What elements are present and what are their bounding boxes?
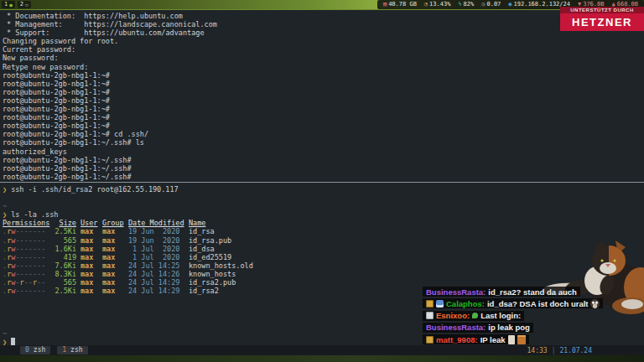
terminal-line: Changing password for root. <box>3 37 644 45</box>
terminal-line: New password: <box>3 54 644 62</box>
file-permissions: .rw------- <box>3 227 55 235</box>
file-group: max <box>102 261 128 270</box>
stat-cpu: ◔13.43% <box>424 0 451 9</box>
file-size: 1.6Ki <box>55 245 76 253</box>
stat-value: 0.07 <box>486 0 501 9</box>
file-user: max <box>80 245 102 253</box>
sponsor-tagline: UNTERSTÜTZT DURCH <box>560 7 644 13</box>
file-name: known_hosts.old <box>189 261 253 270</box>
window-name: zsh <box>34 346 45 354</box>
file-name: id_rsa2.pub <box>189 278 236 287</box>
file-size: 2.5Ki <box>55 287 76 295</box>
command-line: ❯ssh -i .ssh/id_rsa2 root@162.55.190.117 <box>3 185 644 194</box>
shell-prompt: ❯ <box>3 210 7 219</box>
memory-icon: ▤ <box>383 0 387 9</box>
workspace-1[interactable]: 1● <box>2 1 15 8</box>
file-group: max <box>102 287 128 295</box>
file-name: id_rsa.pub <box>189 236 231 245</box>
column-header: Name <box>189 219 205 227</box>
file-date: 1 Jul 2020 <box>128 245 189 253</box>
pane-divider[interactable] <box>0 182 644 183</box>
terminal-pane-remote[interactable]: * Documentation: https://help.ubuntu.com… <box>3 12 644 181</box>
clock-date: 21.07.24 <box>559 347 592 354</box>
stat-value: 40.78 GB <box>388 0 417 9</box>
terminal-line: root@ubuntu-2gb-nbg1-1:~/.ssh# <box>3 173 644 181</box>
terminal-line: Retype new password: <box>3 63 644 71</box>
chat-message: matt_9908:IP leak <box>423 334 529 344</box>
file-name: id_ed25519 <box>189 253 231 261</box>
terminal-line: root@ubuntu-2gb-nbg1-1:~/.ssh# <box>3 156 644 164</box>
workspace-label: 2 <box>20 1 23 8</box>
load-icon: ◷ <box>481 0 485 9</box>
terminal-line: root@ubuntu-2gb-nbg1-1:~# <box>3 88 644 96</box>
file-size: 2.5Ki <box>55 227 76 235</box>
stat-memory: ▤40.78 GB <box>383 0 417 9</box>
energy-icon: ϟ <box>458 0 461 9</box>
terminal-line: * Management: https://landscape.canonica… <box>3 20 644 28</box>
file-name: id_rsa2 <box>189 287 219 295</box>
window-index: 0 <box>25 346 29 354</box>
gift-badge <box>426 336 434 344</box>
screen: { "topbar": { "workspaces": [ {"label":"… <box>0 0 644 362</box>
column-header: Date Modified <box>128 219 189 227</box>
gift-badge <box>426 300 434 308</box>
terminal-line: root@ubuntu-2gb-nbg1-1:~/.ssh# ls <box>3 138 644 147</box>
file-date: 24 Jul 14:29 <box>128 278 189 287</box>
ls-command: ls -la .ssh <box>11 210 58 219</box>
chat-username: BusinessRasta: <box>426 323 486 332</box>
stat-value: 82% <box>464 0 475 9</box>
file-size: 565 <box>55 236 76 245</box>
desktop-wallpaper <box>0 355 644 362</box>
workspace-2[interactable]: 2▭ <box>18 1 31 8</box>
terminal-line: root@ubuntu-2gb-nbg1-1:~/.ssh# <box>3 164 644 173</box>
file-permissions: .rw------- <box>3 253 55 261</box>
chat-text: Last login: <box>480 311 521 320</box>
column-header: Permissions <box>3 219 55 227</box>
tmux-window-0[interactable]: 0zsh <box>20 346 50 354</box>
shell-prompt: ❯ <box>3 185 7 194</box>
file-group: max <box>102 270 128 278</box>
tmux-window-1[interactable]: 1zsh <box>57 346 87 354</box>
file-user: max <box>80 287 102 295</box>
file-permissions: .rw------- <box>3 261 55 270</box>
file-user: max <box>80 253 102 261</box>
terminal-line: root@ubuntu-2gb-nbg1-1:~# <box>3 71 644 80</box>
file-user: max <box>80 270 102 278</box>
stat-energy: ϟ82% <box>458 0 474 9</box>
column-header: User <box>80 219 102 227</box>
text-cursor <box>11 338 15 345</box>
workspace-label: 1 <box>4 1 8 8</box>
file-permissions: .rw------- <box>3 245 55 253</box>
chat-message: BusinessRasta:id_rsa2? stand da auch <box>423 287 580 297</box>
clock-time: 14:33 <box>527 347 548 354</box>
terminal-line: Current password: <box>3 45 644 54</box>
window-index: 1 <box>62 346 66 354</box>
file-name: known_hosts <box>189 270 236 278</box>
sponsor-brand: HETZNER <box>560 13 644 31</box>
chat-message: Esnixoo: Last login: <box>423 311 524 321</box>
file-date: 19 Jun 2020 <box>128 227 189 235</box>
file-name: id_rsa <box>189 227 215 235</box>
file-permissions: .rw-r--r-- <box>3 278 55 287</box>
crate-emote <box>517 335 526 344</box>
network-icon: ◉ <box>508 0 512 9</box>
file-user: max <box>80 278 102 287</box>
file-group: max <box>102 278 128 287</box>
file-group: max <box>102 253 128 261</box>
chat-username: BusinessRasta: <box>426 287 486 297</box>
terminal-line: root@ubuntu-2gb-nbg1-1:~# <box>3 80 644 88</box>
paper-emote <box>508 335 515 344</box>
chat-message: BusinessRasta:ip leak pog <box>423 323 533 333</box>
terminal-line: root@ubuntu-2gb-nbg1-1:~# cd .ssh/ <box>3 130 644 138</box>
chat-message: Calaphos:id_dsa? DSA ist doch uralt <box>423 298 603 308</box>
file-size: 8.3Ki <box>55 270 76 278</box>
file-row: .rw-------2.5Kimaxmax19 Jun 2020id_rsa <box>3 227 644 235</box>
file-permissions: .rw------- <box>3 287 55 295</box>
file-permissions: .rw------- <box>3 270 55 278</box>
chat-text: id_dsa? DSA ist doch uralt <box>487 299 589 308</box>
chat-text: id_rsa2? stand da auch <box>488 287 577 297</box>
terminal-line: root@ubuntu-2gb-nbg1-1:~# <box>3 105 644 113</box>
clock-separator: | <box>552 347 556 354</box>
file-size: 419 <box>55 253 76 261</box>
sponsor-logo: UNTERSTÜTZT DURCH HETZNER <box>560 7 644 31</box>
